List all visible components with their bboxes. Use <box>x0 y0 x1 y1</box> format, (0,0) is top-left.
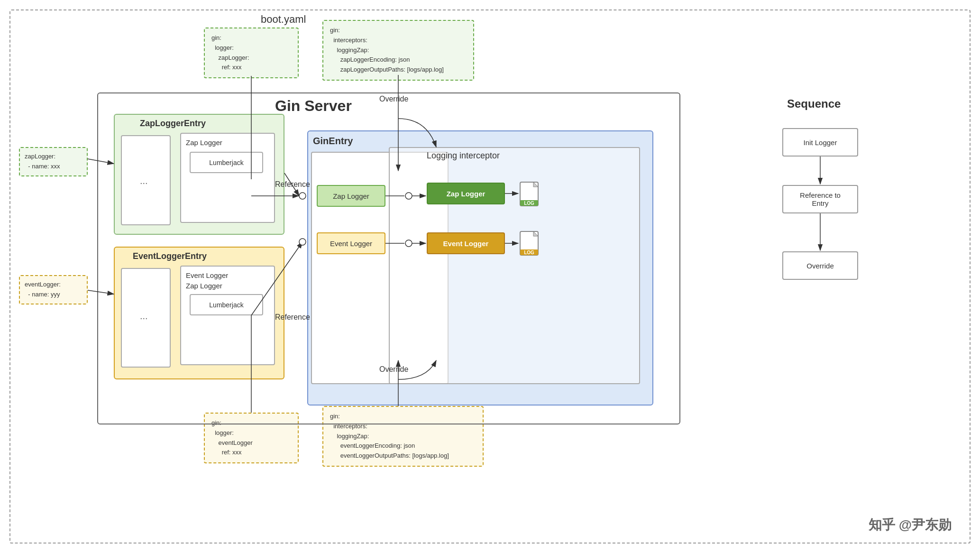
left-config-zap: zapLogger: - name: xxx <box>19 147 88 176</box>
zap-logger-btn: Zap Logger <box>317 185 385 207</box>
boot-yaml-label: boot.yaml <box>261 13 306 26</box>
left-config-event: eventLogger: - name: yyy <box>19 275 88 304</box>
zap-logger-btn-label: Zap Logger <box>333 192 369 200</box>
left-config-event-text: eventLogger: - name: yyy <box>25 280 82 300</box>
lumberjack-box-zap: Lumberjack <box>190 152 263 173</box>
sequence-item-3: Override <box>782 251 858 280</box>
gin-entry-title: GinEntry <box>313 136 353 147</box>
event-inner-dots: ... <box>140 311 148 322</box>
sequence-item-1: Init Logger <box>782 128 858 157</box>
zap-logger-sub-label2: Zap Logger <box>186 282 222 290</box>
config-box-top-right: gin: interceptors: loggingZap: zapLogger… <box>322 20 474 81</box>
event-logger-sub-label: Event Logger <box>186 271 228 279</box>
diagram-container: boot.yaml gin: logger: zapLogger: ref: x… <box>0 0 980 553</box>
gin-server-title: Gin Server <box>275 97 352 115</box>
config-top-right-text: gin: interceptors: loggingZap: zapLogger… <box>330 26 467 75</box>
event-logger-sub-box: Event Logger Zap Logger <box>180 266 275 365</box>
seq-item-3-label: Override <box>806 262 834 270</box>
reference-bottom-label: Reference <box>275 313 310 322</box>
zap-logger-entry-title: ZapLoggerEntry <box>140 119 206 129</box>
sequence-item-2: Reference to Entry <box>782 185 858 213</box>
zap-logger-sub-box: Zap Logger <box>180 133 275 223</box>
logging-interceptor-title: Logging interceptor <box>427 151 500 161</box>
log-file-event: LOG <box>519 230 544 255</box>
override-bottom-label: Override <box>379 365 408 374</box>
event-logger-btn: Event Logger <box>317 232 385 254</box>
config-top-left-text: gin: logger: zapLogger: ref: xxx <box>211 33 291 73</box>
svg-text:LOG: LOG <box>524 250 534 255</box>
svg-text:LOG: LOG <box>524 201 534 206</box>
sequence-title: Sequence <box>787 97 841 111</box>
log-file-zap: LOG <box>519 181 544 206</box>
left-config-zap-text: zapLogger: - name: xxx <box>25 152 82 172</box>
seq-item-1-label: Init Logger <box>804 138 837 147</box>
watermark: 知乎 @尹东勋 <box>869 516 952 534</box>
event-logger-interceptor-label: Event Logger <box>443 240 489 248</box>
zap-logger-interceptor-label: Zap Logger <box>447 190 485 198</box>
zap-logger-interceptor: Zap Logger <box>427 183 505 204</box>
lumberjack-label-event: Lumberjack <box>209 301 243 309</box>
seq-item-2-label: Reference to Entry <box>800 191 841 207</box>
lumberjack-box-event: Lumberjack <box>190 294 263 315</box>
override-top-label: Override <box>379 95 408 103</box>
event-logger-entry-title: EventLoggerEntry <box>133 251 207 261</box>
config-box-top-left: gin: logger: zapLogger: ref: xxx <box>204 28 299 78</box>
lumberjack-label-zap: Lumberjack <box>209 159 243 166</box>
logging-interceptor-box <box>389 147 640 384</box>
reference-top-label: Reference <box>275 180 310 189</box>
zap-inner-dots: ... <box>140 175 148 186</box>
event-logger-btn-label: Event Logger <box>330 240 372 248</box>
event-logger-interceptor: Event Logger <box>427 232 505 254</box>
zap-logger-sub-label: Zap Logger <box>186 138 222 147</box>
